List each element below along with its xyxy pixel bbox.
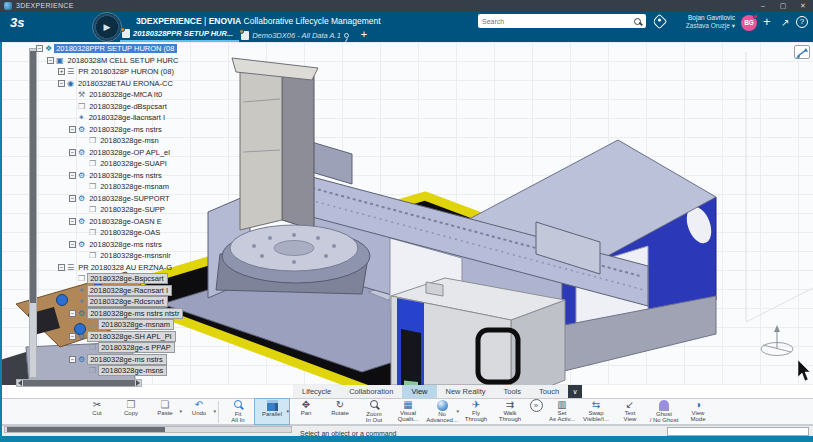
cut-button[interactable]: ✂Cut [80,399,114,424]
expand-icon [796,48,808,58]
tree-row[interactable]: ✦20180328ge-Racnsart I [36,285,246,297]
rotate-button[interactable]: ↻Rotate [323,399,357,424]
tree-row-label: 20180328ge-SUPPORT [87,194,172,203]
paste-button[interactable]: ❏Paste▾ [148,399,182,424]
scrollbar-thumb[interactable] [7,427,165,432]
tree-row[interactable]: +☰PR 20180328P HURON (08) [36,66,246,78]
tree-row[interactable]: −⚙20180328ge-SH APL_Pl [36,331,246,343]
expand-toggle[interactable]: − [69,241,76,248]
search-input[interactable] [478,18,634,25]
no-advanced-button[interactable]: No Advanced...▾ [425,399,459,424]
tree-row[interactable]: ❒20180328ge-msnam [36,181,246,193]
gear-icon: ⚙ [78,125,85,134]
tree-row[interactable]: ❒20180328ge-s PPAP [36,342,246,354]
more-commands-icon: » [530,399,543,412]
window-maximize-button[interactable]: ▢ [773,0,793,12]
expand-toggle[interactable]: − [36,45,43,52]
tab-collaboration[interactable]: Collaboration [340,385,402,398]
window-close-button[interactable]: ✕ [793,0,813,12]
tree-row-label: 20180328ge-msn [98,136,161,145]
zoom-in-out-button[interactable]: Zoom In Out [357,399,391,424]
tree-row[interactable]: ❒20180328ge-msnsnlr [36,250,246,262]
tab-touch[interactable]: Touch [530,385,568,398]
tab-view[interactable]: View [402,385,436,398]
walk-through-button[interactable]: ⇉Walk Through [493,399,527,424]
window-minimize-button[interactable]: – [753,0,773,12]
app-title: 3DEXPERIENCE | ENOVIA Collaborative Life… [136,16,381,26]
tree-row[interactable]: −⚙20180328ge-ms nstrs [36,124,246,136]
tree-row[interactable]: −⚙20180328ge-ms nstrs [36,354,246,366]
expand-viewport-button[interactable] [794,45,810,59]
tree-row[interactable]: −⚙20180328ge-ms nstrs [36,239,246,251]
tree-row[interactable]: ❒20180328ge-msn [36,135,246,147]
ghost-no-ghost-button[interactable]: Ghost / No Ghost [647,399,681,424]
button-label: Zoom In Out [366,411,382,423]
set-as-active-button[interactable]: ▥Set As Activ... [545,399,579,424]
expand-toggle[interactable]: + [58,68,65,75]
3d-viewport[interactable]: −❖20180328PPR SETUP HURON (08−▣20180328M… [0,42,813,385]
tree-row[interactable]: ❒20180328ge-SUAPI [36,158,246,170]
expand-toggle[interactable]: − [69,195,76,202]
ghost-no-ghost-glyph [659,400,669,411]
expand-toggle[interactable]: − [69,218,76,225]
tab-new-reality[interactable]: New Reality [437,385,495,398]
copy-button[interactable]: ❐Copy [114,399,148,424]
search-icon[interactable] [634,18,641,25]
expand-toggle[interactable]: − [69,126,76,133]
visual-quality-button[interactable]: ▦Visual Qualit... [391,399,425,424]
tree-row[interactable]: −⚙20180328ge-OP APL_el [36,147,246,159]
expand-toggle[interactable]: − [58,80,65,87]
tree-row[interactable]: −☰PR 20180328 AU ERZNA-G [36,262,246,274]
fly-through-button[interactable]: ✈Fly Through [459,399,493,424]
expand-toggle[interactable]: − [69,172,76,179]
dropdown-caret-icon[interactable]: ▾ [213,408,216,414]
tree-row[interactable]: ❒20180328ge-Bspcsart [36,273,246,285]
tree-row[interactable]: −◉20180328ETAU ERONA-CC [36,78,246,90]
tab-lifecycle[interactable]: Lifecycle [293,385,340,398]
view-mode-button[interactable]: ◑View Mode [681,399,715,424]
tree-row[interactable]: ❒20180328ge-msns [36,365,246,377]
tree-row[interactable]: ❒20180328ge-dBspcsart [36,101,246,113]
window-title: 3DEXPERIENCE [16,2,74,9]
ribbon-chevron-button[interactable]: ∨ [568,385,582,398]
parallel-button[interactable]: Parallel▾ [255,399,289,424]
tree-row[interactable]: ⚒20180328ge-MfCA It0 [36,89,246,101]
tree-row[interactable]: ❒20180328ge-OAS [36,227,246,239]
zoom-in-out-icon [370,400,378,411]
document-tab[interactable]: 20180328PPR SETUP HUR... [120,29,239,42]
tree-row[interactable]: ❒20180328ge-msnam [36,319,246,331]
tree-row[interactable]: −⚙20180328ge-ms nstrs ntstr [36,308,246,320]
more-commands-button[interactable]: » [527,399,545,424]
toolbar-separator [218,401,219,423]
expand-toggle[interactable]: − [58,264,65,271]
tab-tools[interactable]: Tools [495,385,531,398]
view-compass-widget[interactable] [761,325,793,356]
application-window: 3DEXPERIENCE –▢✕ 3s ▶ 3DEXPERIENCE | ENO… [0,0,813,442]
tree-row[interactable]: ✦20180328ge-llacnsart I [36,112,246,124]
expand-toggle[interactable]: − [69,310,76,317]
tree-row[interactable]: ✦20180328ge-Rdcsnart [36,296,246,308]
expand-toggle[interactable]: − [69,333,76,340]
pan-button[interactable]: ✥Pan [289,399,323,424]
panel-horizontal-scrollbar[interactable] [4,426,292,433]
tree-row[interactable]: ❒20180328ge-SUPP [36,204,246,216]
tree-row[interactable]: −❖20180328PPR SETUP HURON (08 [36,43,246,55]
tree-row-label: 20180328ge-ms nstrs [87,171,165,180]
document-tab[interactable]: Demo3DX06 - All Data A.1 [239,31,355,42]
text-view-icon: ↙ [626,399,634,410]
fit-all-in-button[interactable]: Fit All In [221,399,255,424]
command-input[interactable] [667,427,809,436]
button-label: Fly Through [465,410,487,422]
tree-row[interactable]: −⚙20180328ge-OASN E [36,216,246,228]
undo-button[interactable]: ↶Undo▾ [182,399,216,424]
expand-toggle[interactable]: − [69,356,76,363]
tree-row[interactable]: −⚙20180328ge-ms nstrs [36,170,246,182]
expand-toggle[interactable]: − [47,57,54,64]
new-tab-button[interactable]: + [361,28,367,42]
gear-icon: ⚙ [78,240,85,249]
tree-row[interactable]: −⚙20180328ge-SUPPORT [36,193,246,205]
text-view-button[interactable]: ↙Text View [613,399,647,424]
tree-row[interactable]: −▣20180328M CELL SETUP HURC [36,55,246,67]
expand-toggle[interactable]: − [69,149,76,156]
swap-visible-button[interactable]: ⇆Swap Visible/I... [579,399,613,424]
